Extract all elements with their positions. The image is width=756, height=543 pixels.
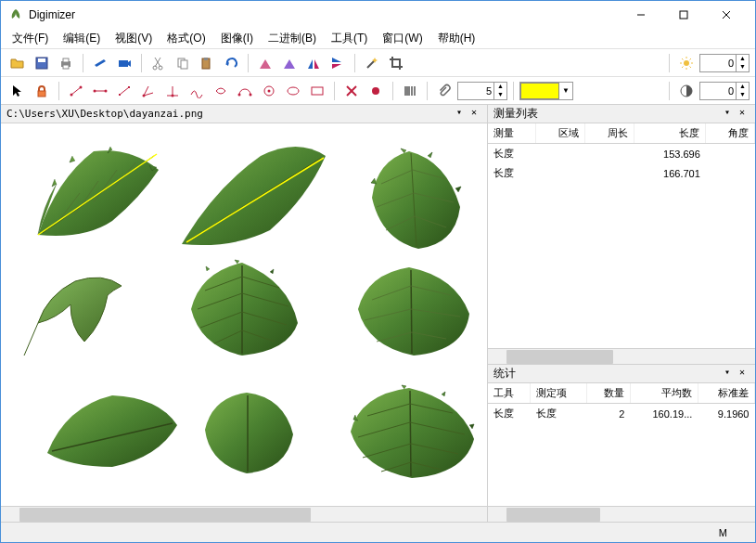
ellipse-tool[interactable] [282, 80, 304, 102]
rect-tool[interactable] [306, 80, 328, 102]
rotate-right-button[interactable] [278, 52, 301, 74]
unit-tool[interactable] [65, 80, 87, 102]
window-controls [620, 1, 748, 29]
col-item[interactable]: 测定项 [531, 383, 587, 404]
flip-h-button[interactable] [302, 52, 325, 74]
wand-button[interactable] [361, 52, 383, 74]
path-tool[interactable] [186, 80, 208, 102]
thickness-spinbox[interactable]: ▲▼ [457, 82, 507, 100]
measurements-close-button[interactable]: ✕ [735, 107, 750, 122]
svg-line-27 [71, 87, 81, 95]
contrast-up[interactable]: ▲ [736, 83, 749, 91]
menu-binary[interactable]: 二进制(B) [261, 29, 324, 48]
close-button[interactable] [705, 1, 748, 29]
paste-button[interactable] [196, 52, 218, 74]
flip-v-button[interactable] [327, 52, 349, 74]
menu-format[interactable]: 格式(O) [160, 29, 212, 48]
print-button[interactable] [55, 52, 77, 74]
stats-close-button[interactable]: ✕ [735, 367, 750, 381]
contrast-spinbox[interactable]: ▲▼ [699, 82, 750, 100]
barcode-tool[interactable] [399, 80, 421, 102]
menu-edit[interactable]: 编辑(E) [56, 29, 108, 48]
table-row[interactable]: 长度 长度 2 160.19... 9.1960 [488, 404, 755, 424]
measurements-hscroll[interactable] [488, 348, 755, 364]
circle-center-tool[interactable] [258, 80, 280, 102]
segment-tool[interactable] [113, 80, 135, 102]
maximize-button[interactable] [662, 1, 705, 29]
camera-button[interactable] [113, 52, 135, 74]
svg-line-23 [690, 66, 692, 68]
stats-grid[interactable]: 工具 测定项 数量 平均数 标准差 长度 长度 2 160.19... [488, 383, 755, 506]
pane-close-button[interactable]: ✕ [467, 107, 481, 122]
brightness-input[interactable] [700, 58, 736, 69]
undo-button[interactable] [220, 52, 242, 74]
color-picker[interactable]: ▼ [519, 82, 573, 100]
copy-button[interactable] [172, 52, 194, 74]
svg-point-46 [372, 87, 379, 95]
menubar: 文件(F) 编辑(E) 视图(V) 格式(O) 图像(I) 二进制(B) 工具(… [1, 29, 755, 49]
brightness-up[interactable]: ▲ [736, 55, 749, 63]
table-row[interactable]: 长度 166.701 [488, 163, 755, 183]
lock-tool[interactable] [31, 80, 53, 102]
image-viewport[interactable] [1, 123, 487, 506]
stats-menu-button[interactable]: ▾ [720, 367, 735, 381]
col-length[interactable]: 长度 [634, 123, 706, 144]
pane-menu-button[interactable]: ▾ [452, 107, 467, 122]
minimize-button[interactable] [620, 1, 662, 29]
col-count[interactable]: 数量 [587, 383, 631, 404]
image-hscroll[interactable] [1, 506, 487, 522]
svg-rect-43 [312, 87, 323, 95]
svg-rect-13 [181, 60, 187, 69]
save-button[interactable] [31, 52, 53, 74]
marker-tool[interactable] [365, 80, 387, 102]
pointer-tool[interactable] [6, 80, 29, 102]
contrast-down[interactable]: ▼ [736, 91, 749, 99]
statusbar: M [1, 522, 755, 542]
delete-tool[interactable] [340, 80, 363, 102]
col-perimeter[interactable]: 周长 [584, 123, 634, 144]
svg-rect-7 [63, 58, 69, 62]
menu-window[interactable]: 窗口(W) [375, 29, 429, 48]
svg-rect-34 [119, 94, 121, 96]
measurements-panel: 测量列表 ▾ ✕ 测量 区域 周长 长度 角度 [488, 105, 755, 365]
col-angle[interactable]: 角度 [706, 123, 755, 144]
table-row[interactable]: 长度 153.696 [488, 144, 755, 164]
menu-image[interactable]: 图像(I) [213, 29, 261, 48]
color-swatch [520, 83, 559, 99]
menu-help[interactable]: 帮助(H) [430, 29, 483, 48]
line-tool[interactable] [89, 80, 111, 102]
brightness-down[interactable]: ▼ [736, 63, 749, 71]
open-button[interactable] [6, 52, 29, 74]
stats-header: 统计 ▾ ✕ [488, 365, 755, 383]
col-stddev[interactable]: 标准差 [698, 383, 754, 404]
contrast-input[interactable] [700, 85, 736, 97]
svg-line-75 [411, 270, 412, 354]
image-pane-header: C:\Users\XU\Desktop\dayanzai.png ▾ ✕ [1, 105, 487, 123]
col-measure[interactable]: 测量 [488, 123, 536, 144]
rotate-left-button[interactable] [254, 52, 276, 74]
measurements-grid[interactable]: 测量 区域 周长 长度 角度 长度 153.696 [488, 123, 755, 348]
svg-rect-35 [128, 86, 130, 88]
menu-file[interactable]: 文件(F) [5, 29, 56, 48]
thickness-input[interactable] [458, 85, 493, 97]
stats-hscroll[interactable] [488, 506, 755, 522]
perp-tool[interactable] [161, 80, 184, 102]
measurements-menu-button[interactable]: ▾ [720, 107, 735, 122]
app-window: Digimizer 文件(F) 编辑(E) 视图(V) 格式(O) 图像(I) … [0, 0, 756, 543]
menu-view[interactable]: 视图(V) [108, 29, 160, 48]
scanner-button[interactable] [89, 52, 111, 74]
attach-tool[interactable] [433, 80, 455, 102]
crop-button[interactable] [385, 52, 407, 74]
angle-tool[interactable] [137, 80, 160, 102]
closed-path-tool[interactable] [210, 80, 232, 102]
brightness-spinbox[interactable]: ▲▼ [699, 54, 750, 72]
thickness-up[interactable]: ▲ [493, 83, 506, 91]
arc-tool[interactable] [234, 80, 256, 102]
col-mean[interactable]: 平均数 [630, 383, 698, 404]
col-area[interactable]: 区域 [536, 123, 585, 144]
col-tool[interactable]: 工具 [488, 383, 531, 404]
menu-tools[interactable]: 工具(T) [324, 29, 375, 48]
cut-button[interactable] [147, 52, 170, 74]
thickness-down[interactable]: ▼ [493, 91, 506, 99]
svg-point-28 [70, 93, 73, 96]
